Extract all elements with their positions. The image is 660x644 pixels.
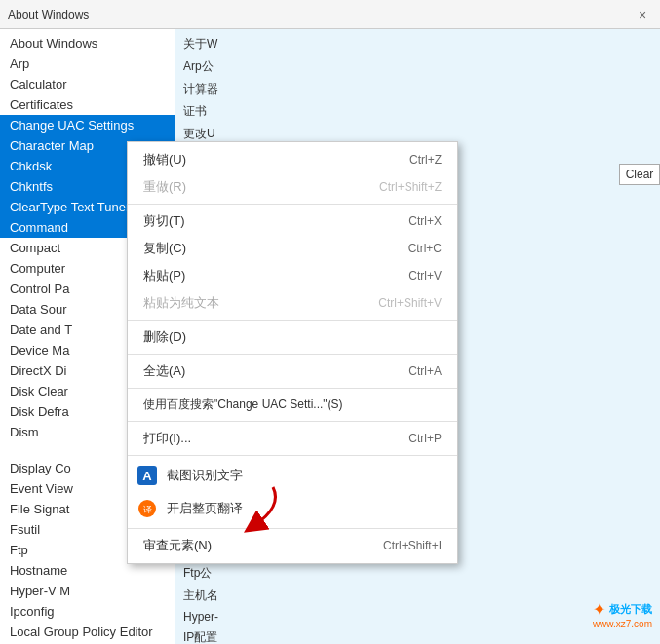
- translate-icon: 译: [136, 497, 159, 520]
- menu-separator: [128, 528, 457, 529]
- right-list-item: 关于W: [175, 33, 660, 56]
- menu-item: 重做(R)Ctrl+Shift+Z: [128, 173, 457, 201]
- menu-item[interactable]: 删除(D): [128, 323, 457, 351]
- left-list-item[interactable]: Ipconfig: [0, 601, 175, 622]
- main-window: About Windows × About WindowsArpCalculat…: [0, 0, 660, 644]
- menu-item[interactable]: 打印(I)...Ctrl+P: [128, 425, 457, 452]
- svg-text:译: 译: [143, 505, 152, 514]
- window-title: About Windows: [8, 8, 633, 21]
- title-bar: About Windows ×: [0, 0, 660, 29]
- left-list-item[interactable]: Local Group Policy Editor: [0, 622, 175, 642]
- menu-icon-item[interactable]: 译开启整页翻译: [128, 492, 457, 525]
- menu-item-label: 打印(I)...: [143, 430, 369, 447]
- menu-item-label: 剪切(T): [143, 212, 369, 230]
- clear-button[interactable]: Clear: [619, 164, 660, 185]
- menu-item-label: 复制(C): [143, 240, 369, 257]
- menu-icon-item[interactable]: A截图识别文字: [128, 459, 457, 492]
- watermark-logo-text: 极光下载: [609, 602, 652, 617]
- menu-item-label: 使用百度搜索"Change UAC Setti..."(S): [143, 397, 442, 413]
- menu-separator: [128, 320, 457, 321]
- menu-item-label: 截图识别文字: [167, 467, 243, 484]
- left-list-item[interactable]: Certificates: [0, 95, 175, 115]
- watermark: ✦ 极光下载 www.xz7.com: [593, 600, 652, 629]
- close-button[interactable]: ×: [633, 5, 652, 24]
- watermark-area: ✦ 极光下载 www.xz7.com: [465, 586, 660, 644]
- menu-item-label: 粘贴为纯文本: [143, 294, 339, 312]
- menu-shortcut: Ctrl+Shift+I: [383, 539, 442, 552]
- menu-item: 粘贴为纯文本Ctrl+Shift+V: [128, 289, 457, 317]
- menu-shortcut: Ctrl+A: [408, 364, 442, 378]
- right-list-item: 计算器: [175, 78, 660, 100]
- watermark-star-icon: ✦: [593, 600, 605, 619]
- menu-shortcut: Ctrl+P: [408, 432, 442, 445]
- menu-shortcut: Ctrl+V: [408, 269, 442, 283]
- right-list-item: Ftp公: [175, 562, 660, 585]
- right-list-item: 证书: [175, 100, 660, 123]
- menu-item[interactable]: 复制(C)Ctrl+C: [128, 235, 457, 262]
- menu-item[interactable]: 使用百度搜索"Change UAC Setti..."(S): [128, 392, 457, 418]
- menu-item[interactable]: 撤销(U)Ctrl+Z: [128, 146, 457, 173]
- menu-item-label: 重做(R): [143, 178, 340, 196]
- menu-item-label: 全选(A): [143, 362, 369, 380]
- right-list-item: Arp公: [175, 56, 660, 78]
- svg-text:A: A: [142, 469, 152, 483]
- menu-separator: [128, 455, 457, 456]
- left-list-item[interactable]: Change UAC Settings: [0, 115, 175, 135]
- menu-shortcut: Ctrl+Z: [409, 153, 442, 167]
- menu-item[interactable]: 剪切(T)Ctrl+X: [128, 208, 457, 235]
- menu-item[interactable]: 全选(A)Ctrl+A: [128, 358, 457, 385]
- menu-item-label: 粘贴(P): [143, 267, 369, 284]
- watermark-logo: ✦ 极光下载: [593, 600, 652, 619]
- left-list-item[interactable]: Calculator: [0, 74, 175, 95]
- menu-separator: [128, 421, 457, 422]
- menu-shortcut: Ctrl+C: [408, 242, 442, 255]
- left-list-item[interactable]: Arp: [0, 54, 175, 74]
- menu-separator: [128, 204, 457, 205]
- menu-item[interactable]: 粘贴(P)Ctrl+V: [128, 262, 457, 289]
- left-list-item[interactable]: About Windows: [0, 33, 175, 54]
- menu-shortcut: Ctrl+X: [408, 214, 442, 228]
- watermark-url: www.xz7.com: [593, 619, 652, 629]
- menu-item-label: 开启整页翻译: [167, 500, 243, 517]
- menu-shortcut: Ctrl+Shift+Z: [379, 180, 442, 194]
- menu-separator: [128, 388, 457, 389]
- left-list-item[interactable]: Hyper-V M: [0, 581, 175, 601]
- menu-shortcut: Ctrl+Shift+V: [378, 296, 442, 310]
- menu-item-label: 删除(D): [143, 328, 442, 346]
- menu-item-label: 撤销(U): [143, 151, 370, 169]
- ocr-icon: A: [136, 464, 159, 487]
- context-menu: 撤销(U)Ctrl+Z重做(R)Ctrl+Shift+Z剪切(T)Ctrl+X复…: [127, 141, 458, 564]
- menu-item-label: 审查元素(N): [143, 537, 344, 554]
- menu-separator: [128, 354, 457, 355]
- menu-item[interactable]: 审查元素(N)Ctrl+Shift+I: [128, 532, 457, 559]
